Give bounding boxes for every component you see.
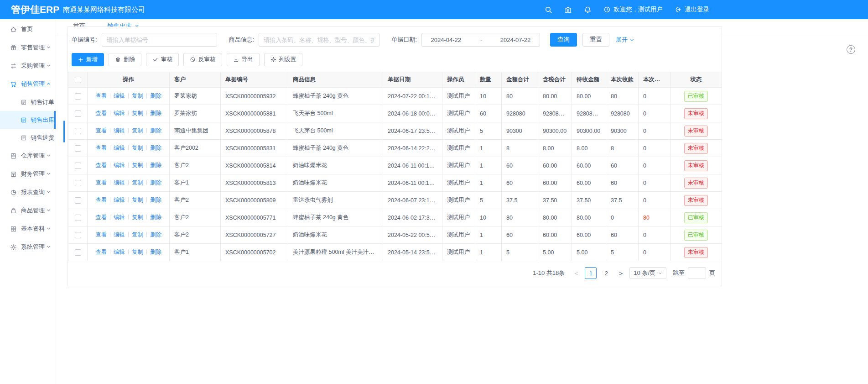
row-action-view[interactable]: 查看 — [95, 93, 107, 99]
sidebar-item-warehouse[interactable]: 仓库管理 — [0, 147, 56, 165]
row-action-view[interactable]: 查看 — [95, 127, 107, 134]
row-action-delete[interactable]: 删除 — [150, 93, 161, 99]
delete-label: 删除 — [124, 56, 135, 63]
row-action-copy[interactable]: 复制 — [132, 110, 143, 116]
sidebar-item-reports[interactable]: 报表查询 — [0, 183, 56, 201]
row-action-copy[interactable]: 复制 — [132, 145, 143, 151]
row-checkbox[interactable] — [75, 145, 81, 152]
row-action-view[interactable]: 查看 — [95, 197, 107, 203]
row-action-delete[interactable]: 删除 — [150, 214, 161, 221]
row-action-copy[interactable]: 复制 — [132, 179, 143, 186]
row-action-copy[interactable]: 复制 — [132, 162, 143, 168]
page-size-select[interactable]: 10 条/页 — [629, 267, 666, 279]
row-checkbox[interactable] — [75, 163, 81, 169]
expand-link[interactable]: 展开 — [616, 36, 634, 44]
row-checkbox[interactable] — [75, 232, 81, 238]
date-end-value[interactable]: 2024-07-22 — [500, 37, 531, 43]
row-action-view[interactable]: 查看 — [95, 249, 107, 255]
row-checkbox[interactable] — [75, 110, 81, 117]
row-checkbox[interactable] — [75, 197, 81, 204]
sidebar-item-sales-order[interactable]: 销售订单 — [0, 93, 56, 111]
row-action-delete[interactable]: 删除 — [150, 231, 161, 238]
search-icon[interactable] — [545, 6, 552, 14]
row-checkbox[interactable] — [75, 128, 81, 134]
cell-product: 雷达杀虫气雾剂 — [288, 192, 383, 209]
row-action-delete[interactable]: 删除 — [150, 145, 161, 151]
delete-button[interactable]: 删除 — [109, 53, 141, 66]
chevron-down-icon — [46, 189, 51, 196]
row-action-edit[interactable]: 编辑 — [114, 93, 125, 99]
date-range-picker[interactable]: 2024-04-22 ~ 2024-07-22 — [421, 33, 540, 47]
row-action-copy[interactable]: 复制 — [132, 127, 143, 134]
row-action-edit[interactable]: 编辑 — [114, 145, 125, 151]
next-page-button[interactable]: > — [616, 270, 626, 277]
bell-icon[interactable] — [584, 6, 592, 14]
row-action-copy[interactable]: 复制 — [132, 93, 143, 99]
select-all-checkbox[interactable] — [75, 77, 81, 83]
row-action-edit[interactable]: 编辑 — [114, 110, 125, 116]
reset-button[interactable]: 重置 — [582, 33, 609, 47]
row-action-view[interactable]: 查看 — [95, 231, 107, 238]
help-icon[interactable]: ? — [847, 45, 855, 54]
add-button[interactable]: 新增 — [72, 53, 104, 66]
search-button[interactable]: 查询 — [550, 33, 577, 47]
row-action-view[interactable]: 查看 — [95, 145, 107, 151]
row-action-edit[interactable]: 编辑 — [114, 179, 125, 186]
row-action-delete[interactable]: 删除 — [150, 162, 161, 168]
column-settings-button[interactable]: 列设置 — [264, 53, 303, 66]
col-header: 操作 — [88, 72, 170, 88]
row-action-edit[interactable]: 编辑 — [114, 249, 125, 255]
row-action-copy[interactable]: 复制 — [132, 249, 143, 255]
sidebar-item-finance[interactable]: 财务管理 — [0, 165, 56, 183]
row-action-delete[interactable]: 删除 — [150, 110, 161, 116]
row-action-edit[interactable]: 编辑 — [114, 231, 125, 238]
row-action-view[interactable]: 查看 — [95, 110, 107, 116]
sidebar-item-basic-data[interactable]: 基本资料 — [0, 220, 56, 238]
row-action-view[interactable]: 查看 — [95, 214, 107, 221]
sidebar-item-retail[interactable]: 零售管理 — [0, 38, 56, 57]
row-action-view[interactable]: 查看 — [95, 162, 107, 168]
export-button[interactable]: 导出 — [227, 53, 260, 66]
row-action-delete[interactable]: 删除 — [150, 197, 161, 203]
product-info-input[interactable] — [259, 33, 379, 47]
row-action-copy[interactable]: 复制 — [132, 231, 143, 238]
row-action-delete[interactable]: 删除 — [150, 249, 161, 255]
audit-button[interactable]: 审核 — [146, 53, 179, 66]
row-action-delete[interactable]: 删除 — [150, 127, 161, 134]
cell-tax_total: 80.00 — [538, 88, 572, 105]
cell-doc_no: XSCK00000005878 — [221, 122, 288, 140]
cell-date: 2024-06-11 00:19:21 — [383, 157, 442, 174]
row-checkbox[interactable] — [75, 215, 81, 221]
row-action-edit[interactable]: 编辑 — [114, 162, 125, 168]
page-number-1[interactable]: 1 — [585, 267, 597, 279]
sidebar-item-purchase[interactable]: 采购管理 — [0, 57, 56, 75]
sidebar-item-sales-return[interactable]: 销售退货 — [0, 129, 56, 147]
welcome-user[interactable]: 欢迎您，测试用户 — [603, 5, 663, 14]
sidebar-item-system[interactable]: 系统管理 — [0, 238, 56, 256]
doc-no-input[interactable] — [102, 33, 217, 47]
jump-page-input[interactable] — [688, 267, 706, 279]
row-checkbox[interactable] — [75, 249, 81, 256]
page-number-2[interactable]: 2 — [600, 267, 612, 279]
date-start-value[interactable]: 2024-04-22 — [431, 37, 461, 43]
prev-page-button[interactable]: < — [571, 270, 581, 277]
row-action-edit[interactable]: 编辑 — [114, 214, 125, 221]
sidebar-item-goods[interactable]: 商品管理 — [0, 201, 56, 220]
sidebar-item-home[interactable]: 首页 — [0, 20, 56, 38]
logout-button[interactable]: 退出登录 — [675, 5, 709, 14]
row-checkbox[interactable] — [75, 180, 81, 186]
content-scrollbar-thumb[interactable] — [63, 121, 65, 142]
row-checkbox[interactable] — [75, 93, 81, 100]
row-action-edit[interactable]: 编辑 — [114, 127, 125, 134]
row-action-copy[interactable]: 复制 — [132, 197, 143, 203]
sidebar-item-sales-outbound[interactable]: 销售出库 — [0, 111, 56, 129]
jump-suffix: 页 — [709, 269, 715, 277]
row-action-copy[interactable]: 复制 — [132, 214, 143, 221]
bank-icon[interactable] — [564, 6, 572, 14]
sidebar-item-sales[interactable]: 销售管理 — [0, 75, 56, 93]
row-action-delete[interactable]: 删除 — [150, 179, 161, 186]
row-action-edit[interactable]: 编辑 — [114, 197, 125, 203]
row-action-view[interactable]: 查看 — [95, 179, 107, 186]
table-row: 查看编辑复制删除客户2XSCK00000005809雷达杀虫气雾剂2024-06… — [68, 192, 722, 209]
unaudit-button[interactable]: 反审核 — [183, 53, 222, 66]
